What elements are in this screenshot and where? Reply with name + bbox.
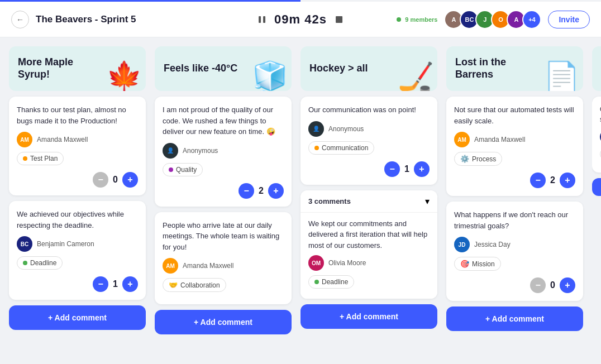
tag-dot <box>169 167 173 172</box>
plus-button[interactable]: + <box>122 276 138 292</box>
hockey-icon: 🏒 <box>398 62 434 91</box>
card-user: OM Olivia Moore <box>308 255 430 271</box>
column-title-barrens: Lost in the Barrens <box>455 56 545 80</box>
invite-button[interactable]: Invite <box>548 11 590 28</box>
tag-icon: 🎯 <box>460 260 469 268</box>
card-user: 👤 Anonymous <box>163 143 284 159</box>
add-comment-button[interactable]: + Add comment <box>155 310 292 334</box>
column-title-hockey: Hockey > all <box>309 63 368 75</box>
card-user: BC Benjamin Cameron <box>17 236 138 252</box>
svg-rect-0 <box>259 16 261 23</box>
tag-dot <box>314 146 319 150</box>
minus-button[interactable]: − <box>530 173 546 188</box>
column-title-cold: Feels like -40°C <box>164 63 237 75</box>
add-comment-button[interactable]: + <box>592 178 601 196</box>
minus-button[interactable]: − <box>93 276 108 292</box>
plus-button[interactable]: + <box>560 277 575 293</box>
username: Anonymous <box>328 125 364 133</box>
timer-display: 09m 42s <box>274 12 327 27</box>
card-actions: − 0 + <box>454 277 575 293</box>
avatar: JD <box>454 237 470 252</box>
card-tag: Test Plan <box>17 152 64 165</box>
minus-button[interactable]: − <box>239 183 254 199</box>
card-actions: − 2 + <box>163 183 284 199</box>
plus-button[interactable]: + <box>414 161 430 177</box>
username: Amanda Maxwell <box>183 262 233 270</box>
card: Thanks to our test plan, almost no bugs … <box>9 97 146 195</box>
column-hockey: Hockey > all 🏒 Our communication was on … <box>300 46 437 329</box>
card-text: We achieved our objectives while respect… <box>17 209 138 231</box>
comment-item: We kept our commitments and delivered a … <box>300 213 437 299</box>
tag-dot <box>314 280 319 284</box>
comment-text: We kept our commitments and delivered a … <box>308 218 430 251</box>
card: We achieved our objectives while respect… <box>9 201 146 300</box>
plus-button[interactable]: + <box>122 172 138 188</box>
add-comment-button[interactable]: + Add comment <box>300 304 437 329</box>
card: Not sure that our automated tests will e… <box>446 97 583 196</box>
card-user: AM Amanda Maxwell <box>454 132 575 147</box>
comments-header[interactable]: 3 comments ▾ <box>300 190 437 213</box>
back-button[interactable]: ← <box>11 11 29 28</box>
add-comment-button[interactable]: + Add comment <box>9 305 146 330</box>
tag-label: Deadline <box>322 278 348 286</box>
card: I am not proud of the quality of our cod… <box>155 97 292 207</box>
card-actions: − 2 + <box>454 173 575 188</box>
column-partial: "Can...so ni... Our tea...strong... BC R… <box>592 46 601 196</box>
avatar: OM <box>308 255 324 271</box>
barrens-icon: 📄 <box>543 62 580 91</box>
card-tag: 🎯 Mission <box>454 257 501 271</box>
tag-label: Mission <box>472 260 495 268</box>
tag-label: Collaboration <box>180 281 220 289</box>
username: Benjamin Cameron <box>37 240 94 248</box>
vote-count: 1 <box>113 279 118 289</box>
minus-button[interactable]: − <box>93 172 108 188</box>
column-header-hockey: Hockey > all 🏒 <box>300 46 437 91</box>
tag-dot <box>23 261 27 265</box>
username: Amanda Maxwell <box>474 136 525 143</box>
column-header-maple: More Maple Syrup! 🍁 <box>9 46 146 91</box>
card-user: AM Amanda Maxwell <box>17 132 138 147</box>
card: Our communication was on point! 👤 Anonym… <box>300 97 437 185</box>
card-user: 👤 Anonymous <box>308 121 430 137</box>
username: Jessica Day <box>474 241 511 248</box>
back-icon: ← <box>16 15 24 24</box>
column-cold: Feels like -40°C 🧊 I am not proud of the… <box>155 46 292 334</box>
card-tag: Quality <box>163 163 203 176</box>
column-header-cold: Feels like -40°C 🧊 <box>155 46 292 91</box>
members-count: 9 members <box>397 16 437 23</box>
plus-button[interactable]: + <box>560 173 575 188</box>
add-comment-button[interactable]: + Add comment <box>446 306 583 331</box>
card-tag: ⚙️ Process <box>454 152 502 166</box>
tag-label: Quality <box>176 166 197 174</box>
column-barrens: Lost in the Barrens 📄 Not sure that our … <box>446 46 583 331</box>
stop-button[interactable] <box>331 12 347 27</box>
column-maple: More Maple Syrup! 🍁 Thanks to our test p… <box>9 46 146 330</box>
card-actions: − 1 + <box>308 161 430 177</box>
card: What happens if we don't reach our trime… <box>446 202 583 301</box>
card-text: Not sure that our automated tests will e… <box>454 104 575 126</box>
cold-icon: 🧊 <box>252 62 288 91</box>
card-actions: − 0 + <box>17 172 138 188</box>
minus-button[interactable]: − <box>530 277 546 293</box>
pause-button[interactable] <box>254 12 270 27</box>
card-user: JD Jessica Day <box>454 237 575 252</box>
minus-button[interactable]: − <box>384 161 400 177</box>
maple-icon: 🍁 <box>106 62 142 91</box>
column-title-maple: More Maple Syrup! <box>18 56 107 80</box>
tag-dot <box>23 156 27 161</box>
card-tag: 🤝 Collaboration <box>163 278 226 292</box>
avatar-more: +4 <box>522 10 541 29</box>
card-text: Our communication was on point! <box>308 104 430 116</box>
avatar: AM <box>17 132 32 147</box>
svg-rect-2 <box>336 16 342 23</box>
sprint-title: The Beavers - Sprint 5 <box>36 14 136 25</box>
tag-label: Communication <box>322 144 368 152</box>
avatar: BC <box>17 236 32 252</box>
vote-count: 1 <box>404 164 409 174</box>
plus-button[interactable]: + <box>268 183 284 199</box>
chevron-down-icon: ▾ <box>425 196 430 207</box>
avatars-group: A BC J O A +4 <box>444 10 541 29</box>
vote-count: 2 <box>550 175 555 185</box>
vote-count: 0 <box>550 280 555 290</box>
tag-icon: 🤝 <box>169 281 178 289</box>
